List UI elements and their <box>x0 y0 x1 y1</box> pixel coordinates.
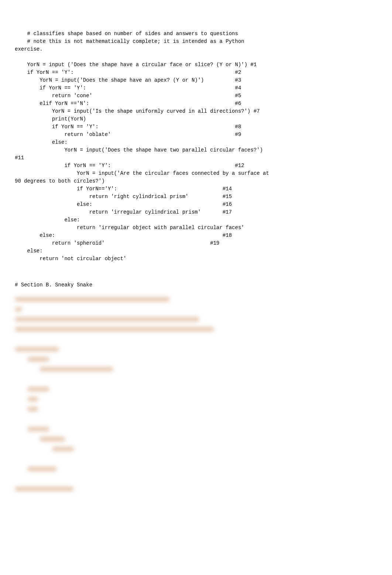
code-line: else: <box>15 217 80 223</box>
code-line: if YorN == 'Y': #2 <box>15 69 241 75</box>
code-line: return 'irregular object with parallel c… <box>15 225 244 231</box>
code-line: return 'oblate' #9 <box>15 132 241 137</box>
code-line: else: #18 <box>15 232 232 238</box>
code-line: return 'cone' #5 <box>15 93 241 99</box>
code-line: YorN = input('Are the circular faces con… <box>15 170 269 176</box>
code-line: elif YorN =='N': #6 <box>15 101 241 106</box>
code-line: if YorN=='Y': #14 <box>15 186 232 192</box>
code-line: # classifies shape based on number of si… <box>15 31 238 37</box>
code-line: YorN = input('Is the shape uniformly cur… <box>15 108 260 114</box>
code-line: if YorN == 'Y': #12 <box>15 163 244 169</box>
code-line: return 'right cylindrical prism' #15 <box>15 194 232 200</box>
code-line: YorN = input('Does the shape have two pa… <box>15 147 263 153</box>
code-line: 90 degrees to both circles?') <box>15 178 105 184</box>
blurred-hidden-content <box>15 296 377 494</box>
code-line: return 'spheroid' #19 <box>15 240 220 246</box>
code-line: #11 <box>15 155 24 161</box>
code-line: YorN = input ('Does the shape have a cir… <box>15 62 257 68</box>
code-line: exercise. <box>15 46 43 52</box>
code-line: return 'not circular object' <box>15 256 126 262</box>
code-line: if YorN == 'Y': #8 <box>15 124 241 130</box>
code-line: YorN = input('Does the shape have an ape… <box>15 77 241 83</box>
section-b-heading: # Section B. Sneaky Snake <box>15 281 377 289</box>
code-line: else: #16 <box>15 201 232 207</box>
code-line: return 'irregular cylindrical prism' #17 <box>15 209 232 215</box>
code-line: # note this is not mathematically comple… <box>15 38 244 44</box>
code-block: # classifies shape based on number of si… <box>15 22 377 263</box>
code-line: else: <box>15 139 68 145</box>
code-line: else: <box>15 248 43 254</box>
code-line: print(YorN) <box>15 116 86 122</box>
code-line: if YorN == 'Y': #4 <box>15 85 241 91</box>
